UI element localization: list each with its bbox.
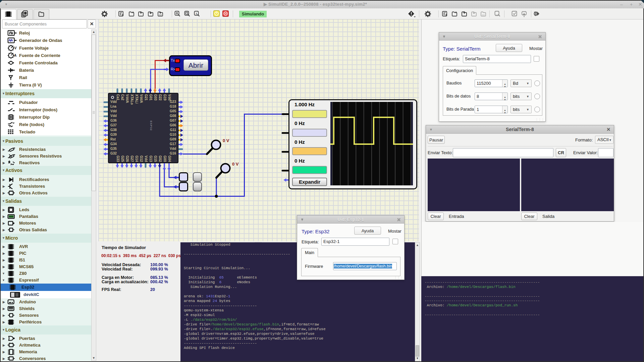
svg-text:V: V: [14, 46, 17, 50]
svg-text:1: 1: [196, 12, 197, 15]
svg-text:A: A: [14, 54, 16, 57]
